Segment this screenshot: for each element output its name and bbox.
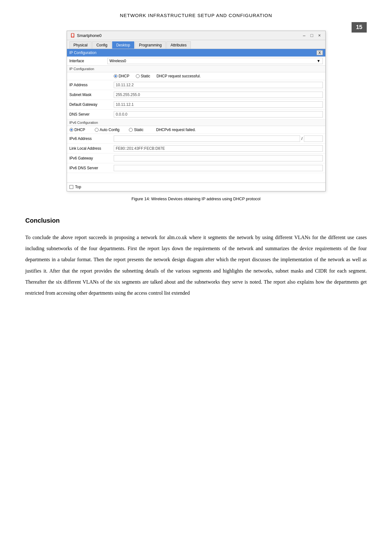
top-checkbox-label: Top [75, 185, 81, 189]
ipv6-slash: / [301, 136, 302, 141]
interface-value: Wireless0 [110, 59, 126, 63]
dhcp-radio-item[interactable]: DHCP [114, 74, 130, 78]
ipv6-config-section-header: IPv6 Configuration [67, 119, 325, 126]
ip-config-title: IP Configuration [69, 51, 97, 55]
conclusion-heading: Conclusion [25, 217, 367, 224]
ipv6-address-row: IPv6 Address / [67, 134, 325, 144]
ipv6-dhcp-radio-button[interactable] [69, 128, 73, 132]
interface-row: Interface Wireless0 ▼ [67, 57, 325, 66]
link-local-row: Link Local Address FE80::201:43FF:FECB:D… [67, 144, 325, 154]
ip-address-label: IP Address [69, 83, 114, 87]
ipv6-address-label: IPv6 Address [69, 136, 114, 141]
ipv6-mode-row: DHCP Auto Config Static DHCPv6 request f… [67, 126, 325, 134]
tab-attributes[interactable]: Attributes [166, 41, 191, 49]
subnet-mask-value[interactable]: 255.255.255.0 [114, 92, 323, 98]
dns-server-label: DNS Server [69, 112, 114, 117]
interface-select[interactable]: Wireless0 ▼ [107, 58, 323, 64]
window-titlebar: Smartphone0 – □ × [67, 31, 325, 40]
ipv6-autoconfig-radio-item[interactable]: Auto Config [95, 128, 120, 132]
ip-mode-radio-group: DHCP Static [114, 74, 150, 78]
dhcp-row: DHCP Static DHCP request successful. [67, 72, 325, 80]
conclusion-body: To conclude the above report succeeds in… [25, 232, 367, 298]
dhcp-radio-button[interactable] [114, 74, 118, 78]
ipv6-dhcp-radio-item[interactable]: DHCP [69, 128, 85, 132]
ipv6-prefix-length[interactable] [304, 135, 323, 142]
default-gateway-label: Default Gateway [69, 102, 114, 107]
ipv6-autoconfig-label: Auto Config [100, 128, 120, 132]
tab-physical[interactable]: Physical [69, 41, 92, 49]
ip-config-section-header: IP Configuration [67, 66, 325, 72]
default-gateway-row: Default Gateway 10.11.12.1 [67, 100, 325, 110]
ipv6-dns-row: IPv6 DNS Server [67, 163, 325, 173]
ipv6-gateway-value[interactable] [114, 155, 323, 161]
ipv6-autoconfig-radio-button[interactable] [95, 128, 99, 132]
ip-address-value[interactable]: 10.11.12.2 [114, 82, 323, 88]
page-number: 15 [352, 22, 367, 33]
conclusion-section: Conclusion To conclude the above report … [25, 217, 367, 298]
tab-config[interactable]: Config [92, 41, 112, 49]
ipv6-status-text: DHCPv6 request failed. [156, 128, 196, 132]
minimize-button[interactable]: – [302, 33, 307, 38]
bottom-bar: Top [67, 183, 325, 191]
static-radio-button[interactable] [136, 74, 140, 78]
interface-label: Interface [69, 59, 107, 63]
window-controls: – □ × [302, 33, 322, 38]
svg-rect-1 [72, 34, 74, 37]
link-local-value[interactable]: FE80::201:43FF:FECB:D87E [114, 145, 323, 152]
ipv6-address-value[interactable] [114, 135, 300, 142]
ipv6-gateway-label: IPv6 Gateway [69, 156, 114, 160]
default-gateway-value[interactable]: 10.11.12.1 [114, 101, 323, 108]
dhcp-radio-label: DHCP [119, 74, 130, 78]
link-local-label: Link Local Address [69, 146, 114, 151]
tab-programming[interactable]: Programming [135, 41, 166, 49]
ipv6-dns-value[interactable] [114, 165, 323, 171]
document-title: NETWORK INFRASTRUCTURE SETUP AND CONFIGU… [25, 13, 367, 18]
figure-caption: Figure 14: Wireless Devices obtaining IP… [25, 196, 367, 201]
close-window-button[interactable]: × [317, 33, 322, 38]
smartphone-icon [70, 33, 75, 38]
restore-button[interactable]: □ [309, 33, 314, 38]
window-title-text: Smartphone0 [77, 33, 102, 38]
ip-address-row: IP Address 10.11.12.2 [67, 80, 325, 90]
top-checkbox[interactable] [69, 185, 73, 189]
dropdown-arrow-icon: ▼ [317, 59, 321, 63]
tab-desktop[interactable]: Desktop [112, 41, 134, 49]
tabs-row: Physical Config Desktop Programming Attr… [67, 40, 325, 49]
window-title-area: Smartphone0 [70, 33, 102, 38]
static-radio-label: Static [141, 74, 150, 78]
ipv6-dhcp-label: DHCP [75, 128, 85, 132]
window-body: IP Configuration X Interface Wireless0 ▼… [67, 49, 325, 191]
static-radio-item[interactable]: Static [136, 74, 150, 78]
subnet-mask-label: Subnet Mask [69, 93, 114, 97]
ip-config-bar: IP Configuration X [67, 49, 325, 57]
dhcp-status-text: DHCP request successful. [157, 74, 201, 78]
ipv6-static-radio-button[interactable] [129, 128, 133, 132]
dns-server-value[interactable]: 0.0.0.0 [114, 111, 323, 117]
dns-server-row: DNS Server 0.0.0.0 [67, 110, 325, 119]
page-header: NETWORK INFRASTRUCTURE SETUP AND CONFIGU… [25, 13, 367, 18]
ipv6-static-label: Static [134, 128, 143, 132]
smartphone-window: Smartphone0 – □ × Physical Config Deskto… [67, 31, 326, 191]
ip-config-close-button[interactable]: X [317, 50, 323, 55]
subnet-mask-row: Subnet Mask 255.255.255.0 [67, 90, 325, 100]
ipv6-gateway-row: IPv6 Gateway [67, 154, 325, 163]
ipv6-static-radio-item[interactable]: Static [129, 128, 143, 132]
spacer [67, 173, 325, 183]
svg-point-2 [72, 37, 73, 37]
ipv6-dns-label: IPv6 DNS Server [69, 166, 114, 170]
